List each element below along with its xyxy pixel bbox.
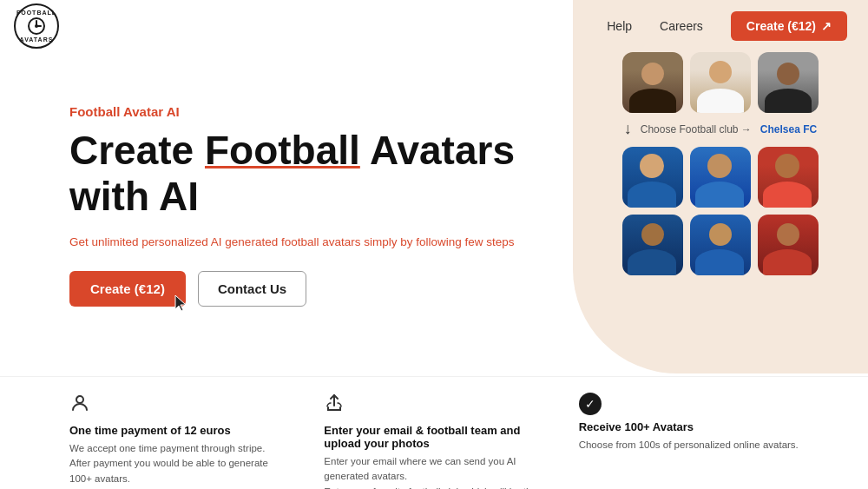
check-icon: ✓ [579,393,799,415]
club-name[interactable]: Chelsea FC [760,123,817,135]
hero-title-football: Football [205,128,360,173]
fb-avatar-3 [758,147,819,208]
hero-buttons: Create (€12) Contact Us [69,271,573,307]
fb-avatar-5 [690,215,751,275]
help-link[interactable]: Help [607,19,632,33]
logo-icon-svg [27,17,46,36]
feature-payment: One time payment of 12 euros We accept o… [69,393,289,486]
hero-title: Create Football Avatars with AI [69,128,573,220]
fb-avatar-2 [690,147,751,208]
features-row: One time payment of 12 euros We accept o… [0,376,868,489]
feature-upload-desc: Enter your email where we can send you A… [324,454,543,489]
checkmark-circle: ✓ [579,393,602,415]
feature-payment-title: One time payment of 12 euros [69,424,289,437]
feature-receive-title: Receive 100+ Avatars [579,420,799,433]
upload-icon [324,393,543,419]
hero-description: Get unlimited personalized AI generated … [69,235,573,248]
contact-btn[interactable]: Contact Us [198,271,306,307]
club-label-row: ↓ Choose Football club → Chelsea FC [590,120,851,138]
logo: FOOTBALL AVATARS [14,3,59,49]
arrow-down-icon: ↓ [624,120,632,138]
avatar-section: ↓ Choose Football club → Chelsea FC [590,52,851,282]
fb-avatar-6 [758,215,819,275]
feature-receive-desc: Choose from 100s of personalized online … [579,438,799,453]
hero-section: Football Avatar AI Create Football Avata… [0,52,573,307]
create-btn-nav[interactable]: Create (€12) ↗ [731,11,847,41]
hero-subtitle: Football Avatar AI [69,104,573,119]
club-label-text: Choose Football club → [641,123,752,135]
feature-upload-title: Enter your email & football team and upl… [324,424,543,450]
cursor-pointer [174,294,189,309]
fb-avatar-4 [622,215,683,275]
logo-circle: FOOTBALL AVATARS [14,3,59,49]
svg-point-1 [35,24,38,28]
input-photos-row [590,52,851,113]
feature-upload: Enter your email & football team and upl… [324,393,543,489]
user-icon [69,393,289,419]
fb-avatars-row1 [590,147,851,208]
input-photo-1 [622,52,683,113]
feature-payment-desc: We accept one time payment through strip… [69,441,289,486]
logo-text-bottom: AVATARS [20,36,54,43]
feature-receive: ✓ Receive 100+ Avatars Choose from 100s … [579,393,799,453]
fb-avatars-row2 [590,215,851,275]
external-link-icon: ↗ [821,19,832,33]
nav-links: Help Careers Create (€12) ↗ [607,11,847,41]
careers-link[interactable]: Careers [660,19,703,33]
fb-avatar-1 [622,147,683,208]
svg-point-2 [76,396,83,403]
input-photo-3 [758,52,819,113]
logo-text-top: FOOTBALL [16,10,56,16]
navbar: FOOTBALL AVATARS Help Careers Create (€1… [0,0,868,52]
input-photo-2 [690,52,751,113]
create-btn-hero[interactable]: Create (€12) [69,271,186,307]
